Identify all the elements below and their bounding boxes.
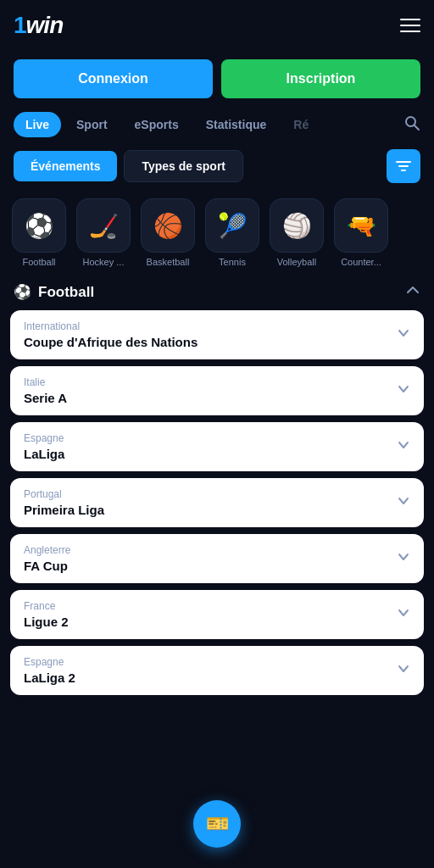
- sport-label-football: Football: [22, 257, 55, 267]
- league-item[interactable]: France Ligue 2: [10, 590, 424, 639]
- inscription-button[interactable]: Inscription: [221, 59, 420, 98]
- sport-item-tennis[interactable]: 🎾 Tennis: [202, 198, 263, 267]
- league-name: LaLiga: [24, 447, 64, 461]
- chevron-down-icon: [397, 606, 410, 623]
- filter-icon: [395, 158, 412, 175]
- league-item[interactable]: Italie Serie A: [10, 366, 424, 415]
- league-info: International Coupe d'Afrique des Nation…: [24, 320, 198, 349]
- sport-item-basketball[interactable]: 🏀 Basketball: [137, 198, 198, 267]
- sport-label-volleyball: Volleyball: [277, 257, 316, 267]
- logo: 1win: [14, 12, 63, 39]
- league-name: Serie A: [24, 391, 67, 405]
- leagues-list: International Coupe d'Afrique des Nation…: [0, 310, 434, 709]
- league-item[interactable]: International Coupe d'Afrique des Nation…: [10, 310, 424, 359]
- league-country: Espagne: [24, 432, 64, 444]
- league-item[interactable]: Espagne LaLiga: [10, 422, 424, 471]
- tab-esports[interactable]: eSports: [123, 112, 191, 137]
- search-icon[interactable]: [403, 114, 420, 136]
- football-section-header: ⚽ Football: [0, 270, 434, 310]
- league-country: Espagne: [24, 656, 75, 668]
- hamburger-menu[interactable]: [400, 19, 420, 32]
- league-info: Espagne LaLiga 2: [24, 656, 75, 685]
- chevron-down-icon: [397, 382, 410, 399]
- tab-re[interactable]: Ré: [281, 112, 320, 137]
- sport-item-football[interactable]: ⚽ Football: [8, 198, 70, 267]
- league-info: Angleterre FA Cup: [24, 544, 70, 573]
- nav-tabs: Live Sport eSports Statistique Ré: [0, 107, 434, 142]
- league-country: Italie: [24, 376, 67, 388]
- fab-button[interactable]: 🎫: [193, 800, 241, 848]
- league-info: France Ligue 2: [24, 600, 69, 629]
- chevron-up-icon[interactable]: [405, 282, 420, 302]
- league-item[interactable]: Espagne LaLiga 2: [10, 646, 424, 695]
- tab-live[interactable]: Live: [14, 112, 61, 137]
- logo-1: 1: [14, 12, 26, 38]
- sport-icon-counter: 🔫: [334, 198, 388, 253]
- svg-line-1: [415, 125, 420, 130]
- sport-item-volleyball[interactable]: 🏐 Volleyball: [266, 198, 327, 267]
- fab-icon: 🎫: [206, 813, 229, 835]
- auth-row: Connexion Inscription: [0, 51, 434, 107]
- sport-item-counter[interactable]: 🔫 Counter...: [331, 198, 392, 267]
- sport-icon-hockey: 🏒: [76, 198, 131, 253]
- league-info: Espagne LaLiga: [24, 432, 64, 461]
- league-country: International: [24, 320, 198, 332]
- sport-label-tennis: Tennis: [219, 257, 246, 267]
- sport-label-hockey: Hockey ...: [83, 257, 125, 267]
- league-info: Portugal Primeira Liga: [24, 488, 104, 517]
- league-name: LaLiga 2: [24, 670, 75, 685]
- league-name: Coupe d'Afrique des Nations: [24, 335, 198, 349]
- sports-row: ⚽ Football 🏒 Hockey ... 🏀 Basketball 🎾 T…: [0, 190, 434, 270]
- sport-icon-football: ⚽: [12, 198, 66, 253]
- sport-icon-basketball: 🏀: [141, 198, 195, 253]
- league-item[interactable]: Portugal Primeira Liga: [10, 478, 424, 527]
- chevron-down-icon: [397, 550, 410, 567]
- sport-label-counter: Counter...: [341, 257, 381, 267]
- league-name: Ligue 2: [24, 615, 69, 629]
- league-country: Portugal: [24, 488, 104, 500]
- types-de-sport-button[interactable]: Types de sport: [124, 150, 243, 182]
- sport-icon-tennis: 🎾: [205, 198, 259, 253]
- header: 1win: [0, 0, 434, 51]
- league-name: FA Cup: [24, 559, 70, 573]
- league-info: Italie Serie A: [24, 376, 67, 405]
- section-title: ⚽ Football: [14, 283, 94, 301]
- sport-label-basketball: Basketball: [147, 257, 190, 267]
- league-country: France: [24, 600, 69, 612]
- football-section-icon: ⚽: [14, 283, 31, 301]
- logo-win: win: [26, 12, 64, 38]
- chevron-down-icon: [397, 438, 410, 455]
- evenements-button[interactable]: Événements: [14, 151, 117, 181]
- chevron-down-icon: [397, 662, 410, 679]
- football-section-label: Football: [38, 284, 94, 301]
- filter-icon-button[interactable]: [387, 149, 420, 183]
- league-country: Angleterre: [24, 544, 70, 556]
- sport-icon-volleyball: 🏐: [270, 198, 324, 253]
- chevron-down-icon: [397, 494, 410, 511]
- tab-statistique[interactable]: Statistique: [194, 112, 279, 137]
- connexion-button[interactable]: Connexion: [14, 59, 213, 98]
- tab-sport[interactable]: Sport: [64, 112, 120, 137]
- league-item[interactable]: Angleterre FA Cup: [10, 534, 424, 583]
- filter-row: Événements Types de sport: [0, 142, 434, 190]
- chevron-down-icon: [397, 326, 410, 343]
- league-name: Primeira Liga: [24, 503, 104, 517]
- sport-item-hockey[interactable]: 🏒 Hockey ...: [73, 198, 134, 267]
